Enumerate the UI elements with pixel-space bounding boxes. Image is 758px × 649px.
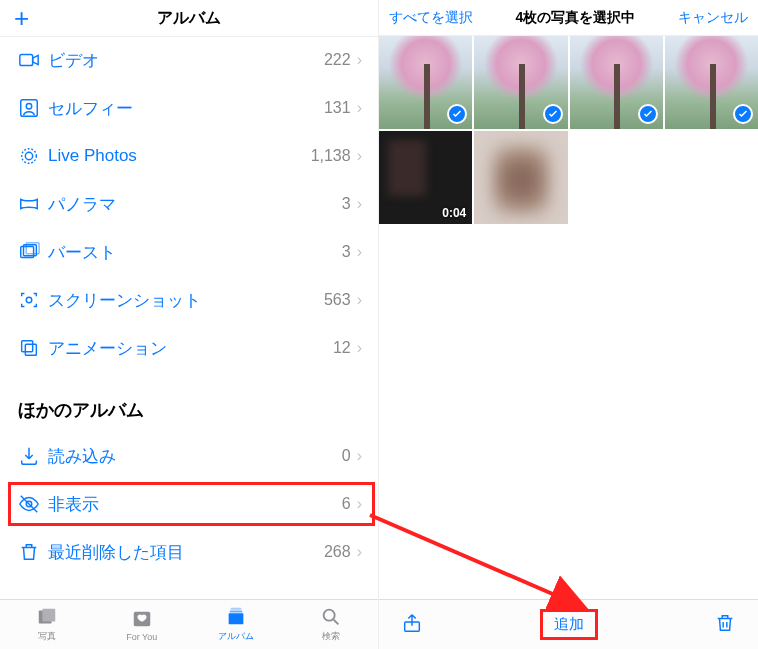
chevron-right-icon: › [357,51,362,69]
chevron-right-icon: › [357,147,362,165]
chevron-right-icon: › [357,291,362,309]
tab-label: 写真 [38,630,56,643]
row-label: 非表示 [48,493,342,516]
row-count: 12 [333,339,351,357]
chevron-right-icon: › [357,447,362,465]
burst-icon [18,241,48,263]
row-count: 222 [324,51,351,69]
import-icon [18,445,48,467]
hidden-icon [18,493,48,515]
tab-photos[interactable]: 写真 [0,600,95,649]
row-count: 0 [342,447,351,465]
row-selfie[interactable]: セルフィー 131 › [0,84,378,132]
svg-point-18 [323,610,334,621]
tab-foryou[interactable]: For You [95,600,190,649]
highlight-hidden: 非表示 6 › [0,480,378,528]
delete-button[interactable] [714,611,736,638]
row-count: 3 [342,243,351,261]
albums-title: アルバム [157,8,221,29]
row-label: 読み込み [48,445,342,468]
selected-check-icon [638,104,658,124]
row-import[interactable]: 読み込み 0 › [0,432,378,480]
svg-rect-13 [43,609,56,622]
row-label: Live Photos [48,146,311,166]
svg-rect-15 [229,613,244,624]
svg-rect-0 [20,55,33,66]
trash-icon [18,541,48,563]
chevron-right-icon: › [357,243,362,261]
selection-header: すべてを選択 4枚の写真を選択中 キャンセル [379,0,758,36]
row-count: 1,138 [311,147,351,165]
chevron-right-icon: › [357,99,362,117]
row-label: アニメーション [48,337,333,360]
tab-label: 検索 [322,630,340,643]
row-burst[interactable]: バースト 3 › [0,228,378,276]
albums-pane: + アルバム ビデオ 222 › セルフィー 131 › Live Photos… [0,0,379,649]
add-album-button[interactable]: + [14,5,29,31]
photo-thumb[interactable] [474,36,567,129]
row-label: ビデオ [48,49,324,72]
selection-pane: すべてを選択 4枚の写真を選択中 キャンセル 0:04 追加 [379,0,758,649]
tab-bar: 写真 For You アルバム 検索 [0,599,378,649]
share-button[interactable] [401,611,423,638]
selected-check-icon [733,104,753,124]
photo-grid: 0:04 [379,36,758,599]
row-count: 268 [324,543,351,561]
svg-rect-16 [230,611,243,613]
svg-rect-10 [25,344,36,355]
tab-label: アルバム [218,630,254,643]
svg-point-2 [26,103,32,109]
svg-point-3 [25,152,32,159]
row-label: セルフィー [48,97,324,120]
select-all-button[interactable]: すべてを選択 [389,9,473,27]
chevron-right-icon: › [357,195,362,213]
row-count: 563 [324,291,351,309]
other-albums-header: ほかのアルバム [0,372,378,432]
video-thumb[interactable]: 0:04 [379,131,472,224]
selfie-icon [18,97,48,119]
row-video[interactable]: ビデオ 222 › [0,36,378,84]
row-label: バースト [48,241,342,264]
row-panorama[interactable]: パノラマ 3 › [0,180,378,228]
tab-albums[interactable]: アルバム [189,600,284,649]
svg-rect-9 [22,341,33,352]
row-label: スクリーンショット [48,289,324,312]
row-live-photos[interactable]: Live Photos 1,138 › [0,132,378,180]
tab-label: For You [126,632,157,642]
selection-toolbar: 追加 [379,599,758,649]
row-count: 6 [342,495,351,513]
row-count: 3 [342,195,351,213]
row-hidden[interactable]: 非表示 6 › [0,480,378,528]
albums-header: + アルバム [0,0,378,36]
row-count: 131 [324,99,351,117]
photo-thumb[interactable] [570,36,663,129]
selection-count: 4枚の写真を選択中 [516,9,636,27]
add-button[interactable]: 追加 [554,615,584,632]
row-label: パノラマ [48,193,342,216]
chevron-right-icon: › [357,543,362,561]
selected-check-icon [543,104,563,124]
svg-point-4 [22,149,37,164]
row-animation[interactable]: アニメーション 12 › [0,324,378,372]
cancel-button[interactable]: キャンセル [678,9,748,27]
live-photos-icon [18,145,48,167]
tab-search[interactable]: 検索 [284,600,379,649]
chevron-right-icon: › [357,495,362,513]
animation-icon [18,337,48,359]
photo-thumb[interactable] [665,36,758,129]
screenshot-icon [18,289,48,311]
row-screenshot[interactable]: スクリーンショット 563 › [0,276,378,324]
photo-thumb[interactable] [379,36,472,129]
video-icon [18,49,48,71]
add-button-wrap: 追加 [540,609,598,640]
albums-list: ビデオ 222 › セルフィー 131 › Live Photos 1,138 … [0,36,378,599]
panorama-icon [18,193,48,215]
row-label: 最近削除した項目 [48,541,324,564]
svg-point-8 [26,297,32,303]
svg-rect-17 [231,608,242,610]
svg-rect-1 [21,100,38,117]
chevron-right-icon: › [357,339,362,357]
row-recently-deleted[interactable]: 最近削除した項目 268 › [0,528,378,576]
video-duration: 0:04 [442,206,466,220]
photo-thumb[interactable] [474,131,567,224]
